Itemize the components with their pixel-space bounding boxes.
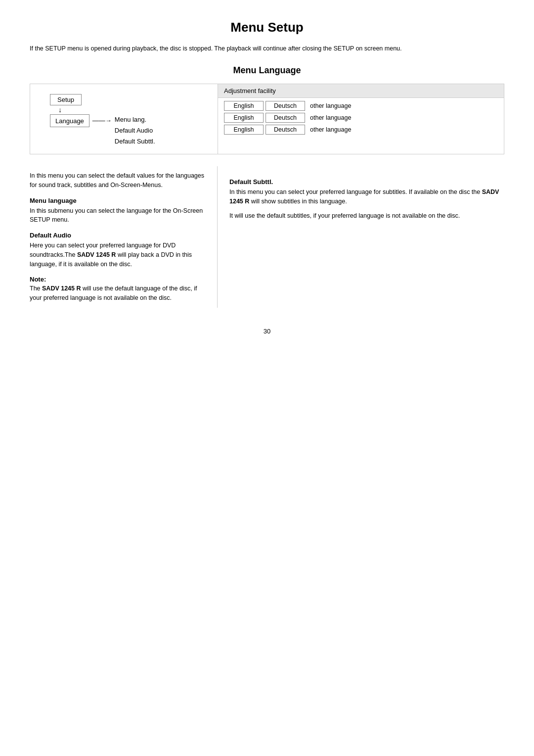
menu-item-1: Menu lang. <box>115 114 155 125</box>
setup-box: Setup <box>50 94 82 105</box>
diagram-left: Setup ↓ Language ——→ Menu lang. Default … <box>30 84 218 154</box>
language-row: Language ——→ Menu lang. Default Audio De… <box>35 114 213 147</box>
default-audio-body: Here you can select your preferred langu… <box>30 241 205 269</box>
left-column: In this menu you can select the default … <box>30 166 218 308</box>
diagram-right: Adjustment facility English Deutsch othe… <box>218 84 504 154</box>
note-body: The SADV 1245 R will use the default lan… <box>30 284 205 303</box>
adj-cell-3-2: Deutsch <box>266 125 305 135</box>
menu-language-body: In this submenu you can select the langu… <box>30 206 205 225</box>
menu-language-title: Menu language <box>30 197 205 204</box>
right-column: Default Subttl. In this menu you can sel… <box>218 166 504 308</box>
page-title: Menu Setup <box>30 20 504 35</box>
diagram-section: Setup ↓ Language ——→ Menu lang. Default … <box>30 84 504 154</box>
default-subttl-body2: It will use the default subtitles, if yo… <box>229 211 504 221</box>
adj-cell-3-1: English <box>224 125 264 135</box>
page-number: 30 <box>30 328 504 335</box>
adj-cell-2-1: English <box>224 113 264 123</box>
adj-cell-2-2: Deutsch <box>266 113 305 123</box>
section-title: Menu Language <box>30 65 504 76</box>
default-subttl-title: Default Subttl. <box>229 178 504 186</box>
default-subttl-body1: In this menu you can select your preferr… <box>229 188 504 206</box>
adj-cell-2-3: other language <box>310 114 351 121</box>
menu-item-2: Default Audio <box>115 125 155 136</box>
left-intro: In this menu you can select the default … <box>30 171 205 190</box>
language-box: Language <box>50 114 89 127</box>
adj-cell-3-3: other language <box>310 126 351 133</box>
arrow-down: ↓ <box>58 106 213 113</box>
adj-row-2: English Deutsch other language <box>218 112 504 124</box>
content-columns: In this menu you can select the default … <box>30 166 504 308</box>
default-audio-title: Default Audio <box>30 232 205 239</box>
adj-cell-1-2: Deutsch <box>266 101 305 111</box>
menu-items-list: Menu lang. Default Audio Default Subttl. <box>115 114 155 147</box>
arrow-right: ——→ <box>92 114 112 127</box>
adj-row-3: English Deutsch other language <box>218 124 504 136</box>
adj-cell-1-3: other language <box>310 102 351 109</box>
adj-cell-1-1: English <box>224 101 264 111</box>
adj-row-1: English Deutsch other language <box>218 100 504 112</box>
adjustment-rows: English Deutsch other language English D… <box>218 98 504 138</box>
adjustment-facility-header: Adjustment facility <box>218 84 504 98</box>
menu-item-3: Default Subttl. <box>115 136 155 147</box>
note-label: Note: <box>30 276 205 283</box>
intro-text: If the SETUP menu is opened during playb… <box>30 44 504 53</box>
